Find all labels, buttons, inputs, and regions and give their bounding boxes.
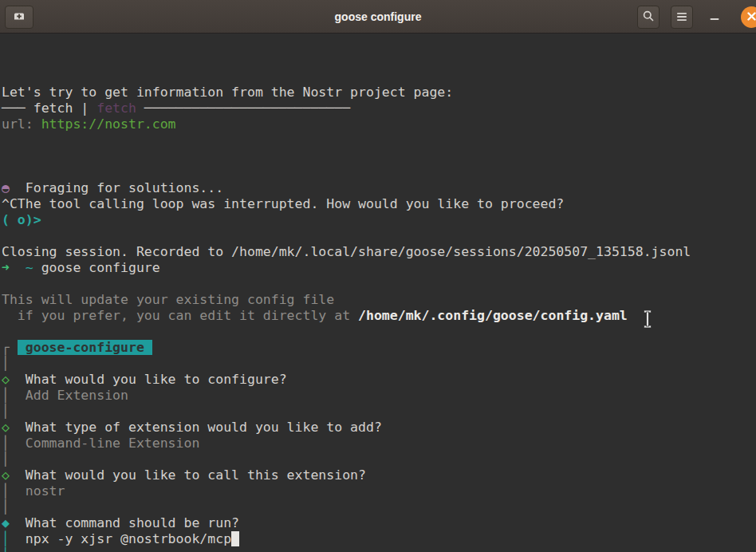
terminal-line: │: [2, 356, 756, 372]
text-segment: What would you like to configure?: [10, 372, 287, 387]
text-segment: fetch: [96, 101, 136, 116]
text-segment: [10, 340, 18, 355]
text-segment: ◇: [2, 372, 10, 387]
text-segment: │: [2, 436, 10, 451]
terminal-line: [2, 132, 756, 148]
terminal-line: │ Add Extension: [2, 388, 756, 404]
terminal-line: ◓ Foraging for solutions...: [2, 180, 756, 196]
text-segment: ──────────────────────────: [136, 101, 350, 116]
text-segment: │: [2, 388, 10, 403]
text-segment: Add Extension: [10, 388, 128, 403]
terminal-line: ┌ goose-configure: [2, 340, 756, 356]
text-segment: Closing session. Recorded to /home/mk/.l…: [2, 244, 691, 259]
text-segment: What would you like to call this extensi…: [10, 467, 366, 483]
text-segment: |: [73, 101, 96, 116]
text-segment: │: [2, 451, 10, 467]
terminal-line: [2, 148, 756, 164]
header-bar: goose configure: [0, 0, 756, 34]
text-segment: https://nostr.com: [41, 116, 176, 132]
text-segment: nostr: [10, 483, 65, 499]
search-button[interactable]: [637, 6, 660, 29]
text-segment: └: [2, 547, 10, 552]
terminal-line: [2, 164, 756, 180]
text-segment: Command-line Extension: [10, 436, 199, 451]
text-segment: What type of extension would you like to…: [10, 420, 382, 435]
menu-button[interactable]: [671, 6, 693, 29]
text-segment: ◇: [2, 420, 10, 435]
text-segment: ◆: [2, 515, 10, 530]
text-segment: │: [2, 499, 10, 515]
terminal-line: ◇ What would you like to call this exten…: [2, 467, 756, 483]
terminal-line: Let's try to get information from the No…: [2, 85, 756, 101]
terminal-line: │ Command-line Extension: [2, 436, 756, 451]
terminal-line: └: [2, 547, 756, 552]
text-segment: This will update your existing config fi…: [2, 292, 334, 307]
text-segment: ◓: [2, 180, 10, 195]
text-segment: npx -y xjsr @nostrbook/mcp: [10, 531, 231, 546]
terminal-line: url: https://nostr.com: [2, 116, 756, 132]
text-segment: fetch: [33, 101, 73, 116]
text-segment: [231, 531, 239, 546]
text-segment: ───: [2, 101, 33, 116]
terminal-line: │: [2, 451, 756, 467]
terminal-line: if you prefer, you can edit it directly …: [2, 308, 756, 324]
text-segment: url:: [2, 116, 41, 132]
terminal-line: [2, 228, 756, 244]
terminal-line: [2, 276, 756, 292]
text-segment: if you prefer, you can edit it directly …: [2, 308, 358, 323]
minimize-button[interactable]: [703, 6, 726, 29]
close-icon: [746, 10, 756, 25]
terminal-line: ◆ What command should be run?: [2, 515, 756, 531]
terminal-line: │: [2, 499, 756, 515]
terminal-line: ^CThe tool calling loop was interrupted.…: [2, 196, 756, 212]
terminal-line: │ nostr: [2, 483, 756, 499]
minimize-icon: [709, 10, 720, 25]
terminal-line: [2, 324, 756, 340]
text-segment: ┌: [2, 340, 10, 355]
hamburger-menu-icon: [676, 10, 687, 25]
text-segment: ➜: [2, 260, 10, 275]
text-segment: │: [2, 483, 10, 499]
terminal-line: │: [2, 404, 756, 420]
terminal-line: ➜ ~ goose configure: [2, 260, 756, 276]
terminal-line: ◇ What type of extension would you like …: [2, 420, 756, 436]
text-segment: goose-configure: [18, 340, 152, 355]
terminal-output: Let's try to get information from the No…: [2, 85, 756, 552]
text-segment: [10, 260, 26, 275]
text-segment: What command should be run?: [10, 515, 239, 530]
terminal-line: ( o)>: [2, 212, 756, 228]
new-tab-icon: [13, 10, 26, 26]
text-segment: Let's try to get information from the No…: [2, 85, 453, 100]
text-segment: ^CThe tool calling loop was interrupted.…: [2, 196, 564, 211]
text-segment: │: [2, 404, 10, 419]
terminal-line: This will update your existing config fi…: [2, 292, 756, 308]
search-icon: [642, 10, 655, 26]
text-segment: /home/mk/.config/goose/config.yaml: [358, 308, 628, 323]
terminal-line: ─── fetch | fetch ──────────────────────…: [2, 101, 756, 116]
text-segment: ~: [26, 260, 33, 275]
text-segment: │: [2, 531, 10, 546]
text-segment: Foraging for solutions...: [10, 180, 223, 195]
terminal-line: ◇ What would you like to configure?: [2, 372, 756, 388]
terminal-line: Closing session. Recorded to /home/mk/.l…: [2, 244, 756, 260]
text-segment: │: [2, 356, 10, 371]
text-segment: ( o)>: [2, 212, 41, 227]
terminal-line: │ npx -y xjsr @nostrbook/mcp: [2, 531, 756, 547]
text-segment: goose configure: [41, 260, 160, 275]
close-button[interactable]: [741, 6, 756, 28]
new-tab-button[interactable]: [5, 6, 33, 29]
text-segment: [33, 260, 41, 275]
terminal-screen[interactable]: Let's try to get information from the No…: [0, 34, 756, 552]
text-segment: ◇: [2, 467, 10, 483]
